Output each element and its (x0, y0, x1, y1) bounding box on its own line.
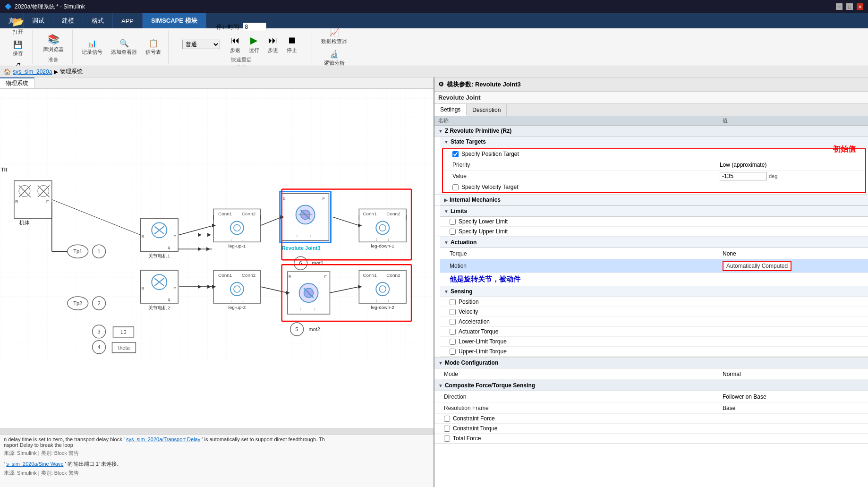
mode-config-heading[interactable]: ▼ Mode Configuration (434, 358, 868, 368)
actuator-torque-checkbox[interactable] (450, 329, 456, 335)
stop-label: 停止 (287, 47, 297, 54)
lower-limit-torque-checkbox[interactable] (450, 339, 456, 345)
library-icon: 📚 (48, 34, 60, 45)
upper-limit-row: Specify Upper Limit (440, 227, 868, 237)
state-targets-heading[interactable]: ▼ State Targets (440, 137, 868, 147)
canvas-tab-physics[interactable]: 物理系统 (0, 77, 34, 88)
sensing-heading[interactable]: ▼ Sensing (440, 286, 868, 297)
data-checker-btn[interactable]: 📈 数据检查器 (318, 26, 350, 47)
position-sensing-checkbox[interactable] (450, 299, 456, 305)
toolbar-data-section: 📈 数据检查器 🔬 逻辑分析 (314, 30, 354, 64)
signal-btn[interactable]: 📊 记录信号 (78, 36, 106, 58)
save-btn[interactable]: 💾 保存 (8, 38, 28, 60)
main-split: 物理系统 TIt (0, 77, 868, 487)
transport-delay-link[interactable]: sys_sim_2020a/Transport Delay (126, 436, 200, 442)
actuation-arrow: ▼ (444, 240, 449, 245)
svg-text:B: B (141, 234, 144, 239)
specify-velocity-checkbox[interactable] (452, 184, 459, 190)
inspector-btn[interactable]: 🔍 添加查看器 (108, 36, 140, 58)
minimize-btn[interactable]: ─ (836, 3, 842, 10)
run-btn[interactable]: ▶ 运行 (246, 33, 263, 55)
save-icon: 💾 (13, 40, 23, 49)
mode-select[interactable]: 普通 (182, 40, 220, 49)
section-z-revolute: ▼ Z Revolute Primitive (Rz) ▼ State Targ… (434, 126, 868, 358)
quick-restart-label: 快速重启 (231, 56, 252, 63)
upper-limit-torque-checkbox[interactable] (450, 349, 456, 355)
svg-text:Revolute Joint3: Revolute Joint3 (282, 245, 321, 251)
stop-btn[interactable]: ⏹ 停止 (283, 34, 300, 55)
velocity-sensing-checkbox[interactable] (450, 309, 456, 315)
panel-content: ▼ Z Revolute Primitive (Rz) ▼ State Targ… (434, 126, 868, 487)
acceleration-sensing-row: Acceleration (440, 317, 868, 327)
open-btn[interactable]: 📂 打开 (8, 14, 28, 38)
step-icon: ⏭ (268, 35, 278, 46)
library-section-label: 准备 (48, 56, 59, 63)
breadcrumb-root[interactable]: sys_sim_2020a (13, 68, 52, 75)
panel-tab-settings[interactable]: Settings (434, 104, 467, 116)
svg-text:leg-up-1: leg-up-1 (229, 243, 246, 248)
svg-text:TIt: TIt (1, 167, 8, 172)
panel-title-bar: ⚙ 模块参数: Revolute Joint3 (434, 77, 868, 92)
svg-text:B: B (289, 274, 291, 279)
menu-tab-format[interactable]: 格式 (83, 13, 113, 28)
composite-force-heading[interactable]: ▼ Composite Force/Torque Sensing (434, 380, 868, 391)
svg-text:↓: ↓ (242, 237, 244, 242)
svg-text:↓: ↓ (314, 306, 316, 311)
save-label: 保存 (13, 50, 23, 57)
stop-time-input[interactable] (243, 23, 266, 31)
section-mode-config: ▼ Mode Configuration Mode Normal (434, 358, 868, 380)
svg-text:↓: ↓ (387, 237, 390, 242)
limits-heading[interactable]: ▼ Limits (440, 206, 868, 217)
internal-mechanics-heading[interactable]: ▶ Internal Mechanics (440, 195, 868, 205)
value-input[interactable] (720, 172, 767, 180)
z-revolute-arrow: ▼ (438, 128, 443, 134)
breadcrumb: 🏠 sys_sim_2020a ▶ 物理系统 (0, 66, 868, 77)
constraint-force-checkbox[interactable] (444, 416, 450, 422)
step-btn[interactable]: ⏭ 步进 (264, 34, 281, 55)
menu-tab-simscape[interactable]: SIMSCAPE 模块 (143, 13, 206, 28)
composite-force-arrow: ▼ (438, 383, 443, 388)
constraint-torque-checkbox[interactable] (444, 426, 450, 432)
specify-velocity-row: Specify Velocity Target (443, 182, 865, 192)
stop-time-label: 停止时间 (216, 23, 239, 31)
sine-wave-link[interactable]: s_sim_2020a/Sine Wave (6, 461, 63, 467)
step-back-btn[interactable]: ⏮ 步退 (227, 34, 244, 55)
toolbar-signals-section: 📊 记录信号 🔍 添加查看器 📋 信号表 (75, 30, 169, 64)
upper-limit-checkbox[interactable] (450, 229, 456, 235)
panel-tab-description[interactable]: Description (467, 104, 507, 116)
logic-btn[interactable]: 🔬 逻辑分析 (321, 47, 348, 69)
total-force-checkbox[interactable] (444, 436, 450, 442)
z-revolute-heading[interactable]: ▼ Z Revolute Primitive (Rz) (434, 126, 868, 137)
svg-text:Tp1: Tp1 (73, 248, 82, 254)
menu-tab-app[interactable]: APP (113, 13, 143, 28)
canvas-scrollbar[interactable] (0, 428, 434, 434)
toolbar-simulate-section: 停止时间 普通 ⏮ 步退 ▶ 运行 ⏭ 步进 ⏹ 停止 (170, 30, 312, 64)
svg-text:↓: ↓ (230, 237, 232, 242)
svg-text:↓: ↓ (375, 237, 378, 242)
panel-title: 模块参数: Revolute Joint3 (447, 80, 521, 89)
actuation-heading[interactable]: ▼ Actuation (440, 237, 868, 248)
title-bar: 🔷 2020a/物理系统 * - Simulink ─ □ ✕ (0, 0, 868, 13)
panel-subtitle: Revolute Joint (434, 92, 868, 104)
open-label: 打开 (13, 28, 23, 35)
svg-text:机体: 机体 (19, 220, 30, 225)
panel-gear-icon: ⚙ (438, 81, 444, 88)
svg-text:↓: ↓ (375, 298, 378, 303)
close-btn[interactable]: ✕ (857, 3, 863, 10)
svg-text:leg-down-2: leg-down-2 (371, 305, 395, 310)
specify-position-checkbox[interactable] (452, 151, 459, 157)
lower-limit-checkbox[interactable] (450, 219, 456, 225)
app-container: 🏠 sys_sim_2020a ▶ 物理系统 物理系统 (0, 66, 868, 487)
svg-text:Conn1: Conn1 (363, 211, 377, 216)
warning-source-2: 来源: Simulink | 类别: Block 警告 (4, 470, 430, 477)
maximize-btn[interactable]: □ (846, 3, 853, 10)
svg-text:L0: L0 (120, 329, 126, 335)
signal-table-btn[interactable]: 📋 信号表 (142, 36, 164, 58)
acceleration-sensing-checkbox[interactable] (450, 319, 456, 325)
menu-tab-build[interactable]: 建模 (53, 13, 83, 28)
section-limits: ▼ Limits Specify Lower Limit Specify Upp… (434, 206, 868, 237)
breadcrumb-current: 物理系统 (60, 68, 83, 76)
canvas-content[interactable]: TIt B F 机体 (0, 89, 434, 434)
library-btn[interactable]: 📚 库浏览器 (38, 31, 68, 55)
run-icon: ▶ (250, 34, 257, 46)
